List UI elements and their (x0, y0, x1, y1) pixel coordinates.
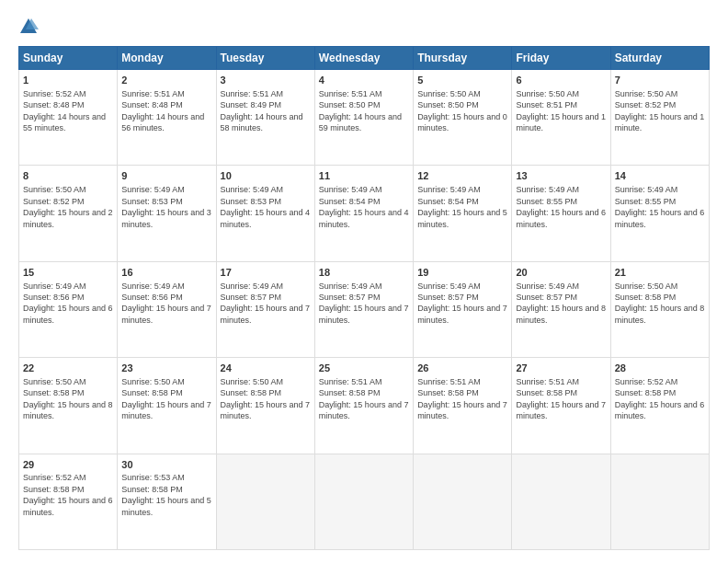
day-info: Sunrise: 5:49 AMSunset: 8:57 PMDaylight:… (221, 282, 311, 325)
day-info: Sunrise: 5:51 AMSunset: 8:48 PMDaylight:… (121, 89, 204, 132)
calendar-cell: 18Sunrise: 5:49 AMSunset: 8:57 PMDayligh… (314, 261, 413, 357)
calendar-body: 1Sunrise: 5:52 AMSunset: 8:48 PMDaylight… (19, 70, 710, 550)
day-info: Sunrise: 5:51 AMSunset: 8:58 PMDaylight:… (516, 377, 606, 420)
day-number: 8 (23, 169, 113, 183)
day-info: Sunrise: 5:52 AMSunset: 8:48 PMDaylight:… (23, 89, 106, 132)
day-number: 5 (417, 74, 507, 87)
day-info: Sunrise: 5:50 AMSunset: 8:52 PMDaylight:… (615, 89, 705, 132)
calendar-cell: 19Sunrise: 5:49 AMSunset: 8:57 PMDayligh… (414, 261, 512, 357)
day-number: 6 (516, 74, 606, 87)
day-info: Sunrise: 5:51 AMSunset: 8:58 PMDaylight:… (319, 377, 409, 420)
weekday-header-thursday: Thursday (414, 47, 512, 70)
day-number: 21 (615, 266, 705, 280)
calendar-cell: 8Sunrise: 5:50 AMSunset: 8:52 PMDaylight… (19, 166, 118, 261)
calendar-cell: 15Sunrise: 5:49 AMSunset: 8:56 PMDayligh… (19, 261, 118, 357)
day-info: Sunrise: 5:50 AMSunset: 8:51 PMDaylight:… (516, 89, 606, 132)
day-info: Sunrise: 5:50 AMSunset: 8:58 PMDaylight:… (615, 282, 705, 325)
calendar-cell: 2Sunrise: 5:51 AMSunset: 8:48 PMDaylight… (118, 70, 216, 166)
day-info: Sunrise: 5:53 AMSunset: 8:58 PMDaylight:… (121, 473, 211, 516)
logo-icon (18, 17, 39, 37)
day-number: 18 (319, 266, 409, 280)
day-info: Sunrise: 5:49 AMSunset: 8:53 PMDaylight:… (121, 185, 211, 228)
day-number: 30 (121, 458, 211, 472)
calendar-cell: 30Sunrise: 5:53 AMSunset: 8:58 PMDayligh… (118, 454, 216, 549)
weekday-header-row: SundayMondayTuesdayWednesdayThursdayFrid… (19, 47, 710, 70)
day-number: 15 (23, 266, 113, 280)
week-row-1: 1Sunrise: 5:52 AMSunset: 8:48 PMDaylight… (19, 70, 710, 166)
day-number: 26 (417, 362, 507, 375)
calendar-cell: 13Sunrise: 5:49 AMSunset: 8:55 PMDayligh… (512, 166, 610, 261)
calendar-cell (610, 454, 709, 549)
day-number: 14 (615, 169, 705, 183)
day-number: 12 (417, 169, 507, 183)
header (18, 17, 710, 37)
calendar-cell: 28Sunrise: 5:52 AMSunset: 8:58 PMDayligh… (610, 358, 709, 454)
weekday-header-sunday: Sunday (19, 47, 118, 70)
logo (18, 17, 42, 37)
calendar-cell: 21Sunrise: 5:50 AMSunset: 8:58 PMDayligh… (610, 261, 709, 357)
day-number: 27 (516, 362, 606, 375)
day-info: Sunrise: 5:49 AMSunset: 8:56 PMDaylight:… (121, 282, 211, 325)
day-number: 29 (23, 458, 113, 472)
calendar-cell: 22Sunrise: 5:50 AMSunset: 8:58 PMDayligh… (19, 358, 118, 454)
calendar-cell: 14Sunrise: 5:49 AMSunset: 8:55 PMDayligh… (610, 166, 709, 261)
day-number: 25 (319, 362, 409, 375)
calendar-cell: 11Sunrise: 5:49 AMSunset: 8:54 PMDayligh… (314, 166, 413, 261)
day-number: 16 (121, 266, 211, 280)
calendar-cell: 12Sunrise: 5:49 AMSunset: 8:54 PMDayligh… (414, 166, 512, 261)
calendar-cell: 7Sunrise: 5:50 AMSunset: 8:52 PMDaylight… (610, 70, 709, 166)
weekday-header-monday: Monday (118, 47, 216, 70)
calendar-cell: 23Sunrise: 5:50 AMSunset: 8:58 PMDayligh… (118, 358, 216, 454)
calendar-cell: 1Sunrise: 5:52 AMSunset: 8:48 PMDaylight… (19, 70, 118, 166)
day-info: Sunrise: 5:49 AMSunset: 8:54 PMDaylight:… (417, 185, 507, 228)
calendar-cell: 25Sunrise: 5:51 AMSunset: 8:58 PMDayligh… (314, 358, 413, 454)
week-row-4: 22Sunrise: 5:50 AMSunset: 8:58 PMDayligh… (19, 358, 710, 454)
weekday-header-wednesday: Wednesday (314, 47, 413, 70)
day-number: 9 (121, 169, 211, 183)
calendar-cell (314, 454, 413, 549)
day-number: 13 (516, 169, 606, 183)
day-info: Sunrise: 5:51 AMSunset: 8:50 PMDaylight:… (319, 89, 402, 132)
day-info: Sunrise: 5:49 AMSunset: 8:55 PMDaylight:… (615, 185, 705, 228)
day-number: 2 (121, 74, 211, 87)
day-info: Sunrise: 5:50 AMSunset: 8:50 PMDaylight:… (417, 89, 507, 132)
day-info: Sunrise: 5:49 AMSunset: 8:54 PMDaylight:… (319, 185, 409, 228)
calendar-cell: 20Sunrise: 5:49 AMSunset: 8:57 PMDayligh… (512, 261, 610, 357)
calendar-cell: 17Sunrise: 5:49 AMSunset: 8:57 PMDayligh… (216, 261, 314, 357)
week-row-5: 29Sunrise: 5:52 AMSunset: 8:58 PMDayligh… (19, 454, 710, 549)
day-number: 10 (221, 169, 311, 183)
day-number: 1 (23, 74, 113, 87)
day-number: 3 (221, 74, 311, 87)
calendar-cell (414, 454, 512, 549)
calendar-cell: 3Sunrise: 5:51 AMSunset: 8:49 PMDaylight… (216, 70, 314, 166)
day-info: Sunrise: 5:49 AMSunset: 8:55 PMDaylight:… (516, 185, 606, 228)
day-info: Sunrise: 5:52 AMSunset: 8:58 PMDaylight:… (615, 377, 705, 420)
calendar-cell: 5Sunrise: 5:50 AMSunset: 8:50 PMDaylight… (414, 70, 512, 166)
week-row-2: 8Sunrise: 5:50 AMSunset: 8:52 PMDaylight… (19, 166, 710, 261)
calendar-cell: 4Sunrise: 5:51 AMSunset: 8:50 PMDaylight… (314, 70, 413, 166)
weekday-header-tuesday: Tuesday (216, 47, 314, 70)
calendar-cell: 24Sunrise: 5:50 AMSunset: 8:58 PMDayligh… (216, 358, 314, 454)
calendar-cell (216, 454, 314, 549)
day-info: Sunrise: 5:50 AMSunset: 8:58 PMDaylight:… (121, 377, 211, 420)
day-number: 7 (615, 74, 705, 87)
day-info: Sunrise: 5:52 AMSunset: 8:58 PMDaylight:… (23, 473, 113, 516)
day-number: 24 (221, 362, 311, 375)
day-info: Sunrise: 5:49 AMSunset: 8:57 PMDaylight:… (516, 282, 606, 325)
calendar-cell: 6Sunrise: 5:50 AMSunset: 8:51 PMDaylight… (512, 70, 610, 166)
page: SundayMondayTuesdayWednesdayThursdayFrid… (0, 0, 728, 563)
day-info: Sunrise: 5:50 AMSunset: 8:52 PMDaylight:… (23, 185, 113, 228)
calendar-cell (512, 454, 610, 549)
day-number: 23 (121, 362, 211, 375)
weekday-header-saturday: Saturday (610, 47, 709, 70)
day-number: 11 (319, 169, 409, 183)
day-info: Sunrise: 5:49 AMSunset: 8:53 PMDaylight:… (221, 185, 311, 228)
day-info: Sunrise: 5:49 AMSunset: 8:57 PMDaylight:… (319, 282, 409, 325)
day-info: Sunrise: 5:49 AMSunset: 8:56 PMDaylight:… (23, 282, 113, 325)
day-number: 20 (516, 266, 606, 280)
calendar-cell: 29Sunrise: 5:52 AMSunset: 8:58 PMDayligh… (19, 454, 118, 549)
day-number: 17 (221, 266, 311, 280)
week-row-3: 15Sunrise: 5:49 AMSunset: 8:56 PMDayligh… (19, 261, 710, 357)
calendar-cell: 10Sunrise: 5:49 AMSunset: 8:53 PMDayligh… (216, 166, 314, 261)
calendar-header: SundayMondayTuesdayWednesdayThursdayFrid… (19, 47, 710, 70)
